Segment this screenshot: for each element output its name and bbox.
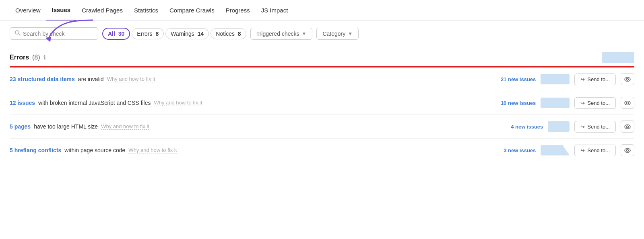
new-issues-count: 3 new issues [491, 147, 536, 153]
svg-point-6 [627, 102, 629, 104]
search-icon [15, 30, 21, 37]
nav-progress[interactable]: Progress [220, 0, 256, 20]
errors-section-header: Errors (8) ℹ [10, 48, 634, 67]
svg-point-7 [625, 125, 630, 129]
issue-text: 5 hreflang conflicts within page source … [10, 147, 487, 153]
svg-line-2 [19, 34, 20, 35]
why-fix-link[interactable]: Why and how to fix it [107, 76, 155, 82]
issue-text: 23 structured data items are invalid Why… [10, 76, 487, 82]
issue-bar [541, 145, 570, 155]
search-box[interactable] [10, 27, 98, 40]
category-dropdown[interactable]: Category ▼ [316, 28, 359, 40]
svg-point-10 [627, 149, 629, 151]
issue-suffix: are invalid [78, 76, 104, 82]
issue-link-js-css[interactable]: 12 issues [10, 100, 35, 106]
nav-crawled-pages[interactable]: Crawled Pages [76, 0, 128, 20]
why-fix-link[interactable]: Why and how to fix it [128, 147, 177, 153]
issue-suffix: with broken internal JavaScript and CSS … [38, 100, 151, 106]
eye-button[interactable] [621, 97, 634, 109]
nav-issues[interactable]: Issues [46, 0, 76, 20]
tab-warnings[interactable]: Warnings 14 [165, 28, 209, 39]
errors-count: (8) [32, 54, 40, 61]
issue-row: 5 hreflang conflicts within page source … [10, 139, 634, 162]
issue-bar [541, 98, 570, 108]
eye-button[interactable] [621, 144, 634, 156]
main-content: All 30 Errors 8 Warnings 14 Notices 8 Tr… [0, 21, 644, 239]
new-issues-count: 21 new issues [491, 76, 536, 82]
nav-js-impact[interactable]: JS Impact [256, 0, 294, 20]
send-to-button[interactable]: ↪ Send to... [574, 121, 616, 133]
issue-bar [541, 74, 570, 84]
why-fix-link[interactable]: Why and how to fix it [154, 100, 202, 106]
issue-text: 12 issues with broken internal JavaScrip… [10, 100, 487, 106]
svg-point-3 [625, 77, 630, 81]
search-input[interactable] [23, 31, 93, 37]
svg-point-8 [627, 126, 629, 128]
send-icon: ↪ [580, 76, 585, 82]
chevron-down-icon: ▼ [302, 31, 307, 37]
send-icon: ↪ [580, 147, 585, 153]
filter-tabs: All 30 Errors 8 Warnings 14 Notices 8 [102, 28, 246, 40]
issue-suffix: have too large HTML size [34, 123, 98, 130]
eye-button[interactable] [621, 73, 634, 85]
nav-overview[interactable]: Overview [10, 0, 46, 20]
issue-link-structured-data[interactable]: 23 structured data items [10, 76, 75, 82]
issue-row: 23 structured data items are invalid Why… [10, 67, 634, 91]
issue-bar [548, 121, 570, 132]
send-to-button[interactable]: ↪ Send to... [574, 145, 616, 156]
issue-link-hreflang[interactable]: 5 hreflang conflicts [10, 147, 61, 153]
new-issues-count: 10 new issues [491, 100, 536, 106]
triggered-checks-dropdown[interactable]: Triggered checks ▼ [250, 28, 313, 40]
chevron-down-icon: ▼ [348, 31, 353, 37]
send-to-button[interactable]: ↪ Send to... [574, 97, 616, 109]
eye-button[interactable] [621, 121, 634, 133]
issues-list: 23 structured data items are invalid Why… [10, 67, 634, 162]
tab-errors[interactable]: Errors 8 [132, 28, 164, 39]
svg-point-5 [625, 101, 630, 105]
issue-suffix: within page source code [64, 147, 125, 153]
issue-link-html-size[interactable]: 5 pages [10, 123, 31, 130]
svg-point-9 [625, 148, 630, 152]
filter-bar: All 30 Errors 8 Warnings 14 Notices 8 Tr… [10, 27, 634, 40]
send-to-button[interactable]: ↪ Send to... [574, 74, 616, 85]
top-navigation: Overview Issues Crawled Pages Statistics… [0, 0, 644, 21]
tab-all[interactable]: All 30 [102, 28, 130, 40]
why-fix-link[interactable]: Why and how to fix it [101, 123, 149, 130]
send-icon: ↪ [580, 124, 585, 130]
nav-compare-crawls[interactable]: Compare Crawls [164, 0, 220, 20]
info-icon[interactable]: ℹ [43, 54, 45, 61]
errors-bar-chart [602, 52, 634, 63]
svg-point-4 [627, 78, 629, 80]
new-issues-count: 4 new issues [499, 124, 543, 130]
send-icon: ↪ [580, 100, 585, 106]
tab-notices[interactable]: Notices 8 [211, 28, 246, 39]
nav-statistics[interactable]: Statistics [128, 0, 164, 20]
issue-row: 5 pages have too large HTML size Why and… [10, 115, 634, 139]
issue-row: 12 issues with broken internal JavaScrip… [10, 91, 634, 115]
section-title-text: Errors [10, 54, 29, 61]
section-title: Errors (8) ℹ [10, 54, 45, 61]
issue-text: 5 pages have too large HTML size Why and… [10, 123, 494, 130]
